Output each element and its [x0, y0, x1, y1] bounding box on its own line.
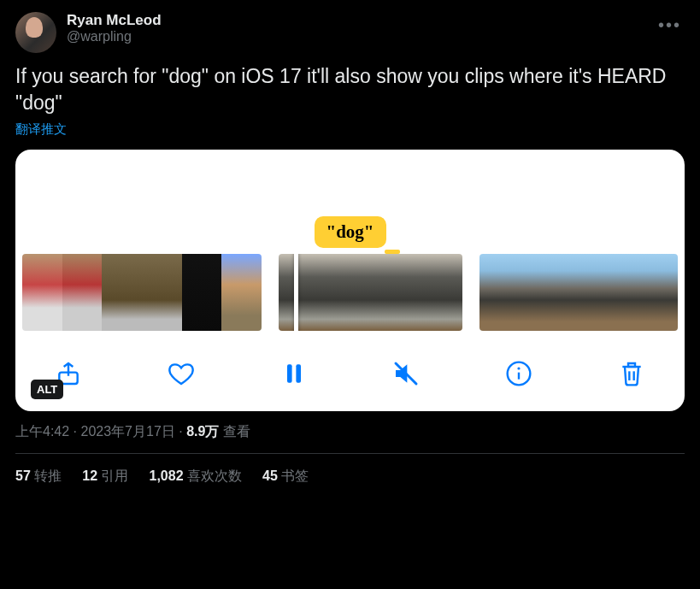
clip-thumbnail — [142, 254, 182, 331]
like-button[interactable] — [162, 355, 200, 392]
clip-thumbnail — [325, 254, 371, 331]
display-name[interactable]: Ryan McLeod — [67, 12, 644, 29]
clip-thumbnail — [102, 254, 142, 331]
quotes-stat[interactable]: 12 引用 — [82, 468, 128, 486]
clip-thumbnail — [182, 254, 222, 331]
tweet-text: If you search for "dog" on iOS 17 it'll … — [15, 63, 685, 116]
user-block: Ryan McLeod @warpling — [67, 12, 644, 44]
mute-button[interactable] — [387, 355, 425, 392]
clip-group-2[interactable] — [279, 254, 462, 331]
clip-thumbnail — [62, 254, 103, 331]
tweet-date[interactable]: 2023年7月17日 — [80, 424, 174, 439]
clip-thumbnail — [644, 254, 678, 331]
clip-thumbnail — [579, 254, 612, 331]
tweet-time[interactable]: 上午4:42 — [15, 424, 69, 439]
pause-button[interactable] — [275, 355, 313, 392]
svg-rect-1 — [287, 364, 292, 382]
meta-dot: · — [175, 424, 186, 439]
tweet-container: Ryan McLeod @warpling ••• If you search … — [0, 0, 700, 498]
clip-thumbnail — [22, 254, 62, 331]
user-handle[interactable]: @warpling — [67, 29, 644, 44]
tweet-stats: 57 转推 12 引用 1,082 喜欢次数 45 书签 — [15, 468, 685, 486]
clip-thumbnail — [416, 254, 462, 331]
playhead[interactable] — [294, 254, 298, 331]
clip-group-3[interactable] — [479, 254, 678, 331]
clip-thumbnail — [545, 254, 579, 331]
views-label: 查看 — [219, 424, 250, 439]
mute-icon — [392, 360, 420, 387]
clip-thumbnail — [513, 254, 546, 331]
clip-thumbnail — [279, 254, 325, 331]
more-icon[interactable]: ••• — [655, 12, 685, 38]
meta-dot: · — [69, 424, 80, 439]
tweet-meta: 上午4:42 · 2023年7月17日 · 8.9万 查看 — [15, 423, 685, 454]
info-button[interactable] — [500, 355, 538, 392]
translate-link[interactable]: 翻译推文 — [15, 121, 67, 138]
clip-group-1[interactable] — [22, 254, 262, 331]
alt-badge[interactable]: ALT — [31, 380, 63, 399]
clip-thumbnail — [612, 254, 645, 331]
pause-icon — [280, 360, 308, 387]
clip-thumbnail — [371, 254, 417, 331]
bookmarks-stat[interactable]: 45 书签 — [262, 468, 309, 486]
svg-rect-2 — [296, 364, 301, 382]
likes-stat[interactable]: 1,082 喜欢次数 — [150, 468, 243, 486]
info-icon — [505, 360, 532, 387]
video-timeline[interactable] — [15, 254, 685, 331]
views-count[interactable]: 8.9万 — [186, 424, 219, 439]
retweets-stat[interactable]: 57 转推 — [15, 468, 62, 486]
heart-icon — [168, 360, 195, 387]
media-controls — [15, 345, 685, 411]
search-highlight-label: "dog" — [315, 216, 386, 248]
avatar[interactable] — [15, 12, 56, 53]
media-card[interactable]: "dog" — [15, 150, 685, 411]
delete-button[interactable] — [613, 355, 650, 392]
clip-thumbnail — [479, 254, 513, 331]
tweet-header: Ryan McLeod @warpling ••• — [15, 12, 685, 53]
trash-icon — [618, 360, 645, 387]
clip-thumbnail — [221, 254, 262, 331]
svg-point-6 — [518, 367, 521, 369]
